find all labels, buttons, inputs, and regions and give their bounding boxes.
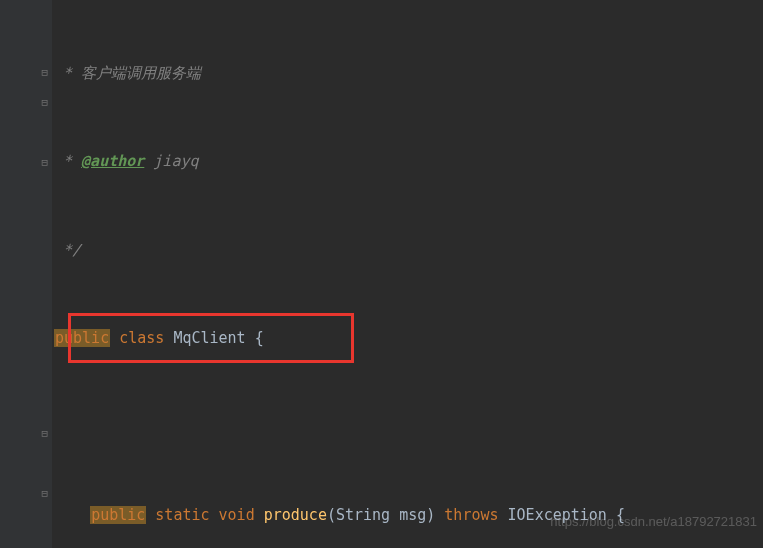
- fold-icon[interactable]: ⊟: [41, 423, 48, 444]
- fold-icon[interactable]: ⊟: [41, 62, 48, 83]
- watermark: https://blog.csdn.net/a18792721831: [550, 509, 757, 534]
- javadoc-author-tag: @author: [81, 152, 144, 170]
- method-name: produce: [264, 506, 327, 524]
- fold-icon[interactable]: ⊟: [41, 483, 48, 504]
- keyword-void: void: [219, 506, 264, 524]
- fold-icon[interactable]: ⊟: [41, 152, 48, 173]
- parameter: String msg: [336, 506, 426, 524]
- fold-icon[interactable]: ⊟: [41, 92, 48, 113]
- code-area[interactable]: * 客户端调用服务端 * @author jiayq */ public cla…: [52, 0, 704, 548]
- author-name: jiayq: [144, 152, 198, 170]
- blank-line: [54, 413, 704, 443]
- comment-end: */: [54, 241, 81, 259]
- code-editor[interactable]: ⊟ ⊟ ⊟ ⊟ ⊟ * 客户端调用服务端 * @author jiayq */ …: [0, 0, 763, 548]
- keyword-throws: throws: [444, 506, 507, 524]
- keyword-public: public: [54, 329, 110, 347]
- keyword-static: static: [146, 506, 218, 524]
- comment: *: [54, 152, 81, 170]
- class-name: MqClient: [173, 329, 254, 347]
- gutter: ⊟ ⊟ ⊟ ⊟ ⊟: [0, 0, 52, 548]
- comment: * 客户端调用服务端: [54, 64, 201, 82]
- brace: {: [255, 329, 264, 347]
- keyword-public: public: [90, 506, 146, 524]
- keyword-class: class: [110, 329, 173, 347]
